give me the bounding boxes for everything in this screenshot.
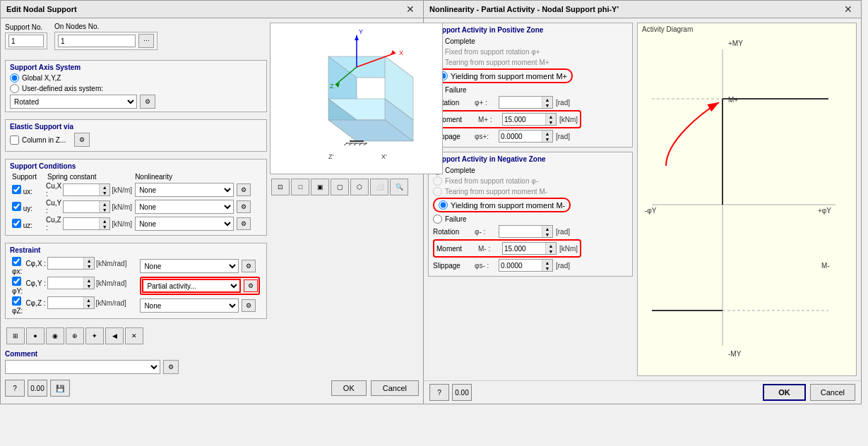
- pos-slip-up[interactable]: ▲: [542, 131, 552, 136]
- cancel-button-left[interactable]: Cancel: [371, 380, 419, 396]
- phix-nonlin-btn[interactable]: ⚙: [242, 260, 256, 272]
- numeric-btn-left[interactable]: 0.00: [28, 380, 47, 397]
- pos-rot-down[interactable]: ▼: [542, 102, 552, 108]
- ux-nonlin-btn[interactable]: ⚙: [237, 183, 251, 196]
- pos-slippage-unit: [rad]: [556, 133, 570, 140]
- phix-nonlin-select[interactable]: None: [140, 259, 239, 273]
- cu-y-up[interactable]: ▲: [100, 201, 109, 207]
- help-button-left[interactable]: ?: [5, 380, 25, 397]
- neg-tearing-radio[interactable]: [433, 187, 442, 196]
- comment-btn[interactable]: ⚙: [163, 360, 179, 374]
- axis-system-dropdown[interactable]: Rotated: [10, 95, 137, 109]
- cu-x-up[interactable]: ▲: [100, 184, 109, 190]
- pos-slippage-input[interactable]: [499, 131, 542, 142]
- node4-icon-btn[interactable]: ✦: [85, 327, 104, 344]
- uz-checkbox[interactable]: [12, 219, 21, 228]
- cphi-z-up[interactable]: ▲: [84, 297, 94, 303]
- cu-x-input[interactable]: [64, 184, 99, 195]
- svg-text:Z': Z': [328, 153, 333, 160]
- ux-checkbox[interactable]: [12, 185, 21, 194]
- ok-button-left[interactable]: OK: [331, 380, 367, 396]
- neg-mom-down[interactable]: ▼: [546, 248, 556, 254]
- uz-nonlin-select[interactable]: None: [135, 217, 234, 231]
- node2-icon-btn[interactable]: ◉: [46, 327, 64, 344]
- pos-rot-up[interactable]: ▲: [542, 97, 552, 102]
- cphi-x-input[interactable]: [48, 258, 83, 269]
- neg-yielding-row-highlighted: Yielding from support moment M-: [433, 198, 571, 212]
- view-iso3-btn[interactable]: ⬡: [350, 179, 369, 195]
- cphi-z-input[interactable]: [48, 297, 83, 308]
- save-btn-left[interactable]: 💾: [50, 380, 70, 397]
- user-defined-radio[interactable]: [10, 84, 19, 93]
- cphi-y-up[interactable]: ▲: [84, 277, 94, 283]
- pos-rotation-input[interactable]: [499, 97, 542, 108]
- phiy-checkbox[interactable]: [12, 277, 21, 286]
- neg-rot-down[interactable]: ▼: [542, 231, 552, 237]
- on-nodes-input[interactable]: [58, 35, 136, 47]
- cphi-x-down[interactable]: ▼: [84, 263, 94, 269]
- cu-z-input[interactable]: [64, 218, 99, 229]
- cancel-button-right[interactable]: Cancel: [810, 384, 855, 401]
- left-panel-close-button[interactable]: ✕: [403, 4, 417, 15]
- uy-nonlin-btn[interactable]: ⚙: [237, 200, 251, 213]
- cu-y-down[interactable]: ▼: [100, 207, 109, 212]
- arrow-icon-btn[interactable]: ◀: [105, 327, 124, 344]
- neg-slippage-input[interactable]: [499, 260, 542, 271]
- uy-nonlin-select[interactable]: None: [135, 200, 234, 214]
- phiy-nonlin-btn[interactable]: ⚙: [244, 279, 258, 292]
- numeric-btn-right[interactable]: 0.00: [452, 384, 472, 401]
- neg-failure-radio[interactable]: [433, 215, 442, 224]
- neg-yielding-radio[interactable]: [439, 200, 448, 210]
- phiy-nonlin-select[interactable]: Partial activity...: [142, 279, 241, 293]
- uy-checkbox[interactable]: [12, 202, 21, 211]
- phiz-nonlin-btn[interactable]: ⚙: [242, 299, 256, 312]
- cu-z-up[interactable]: ▲: [100, 218, 109, 224]
- support-no-input[interactable]: [8, 35, 44, 47]
- view-render-btn[interactable]: ⬜: [370, 179, 388, 195]
- cu-x-down[interactable]: ▼: [100, 190, 109, 195]
- pos-mom-up[interactable]: ▲: [546, 114, 556, 119]
- cu-y-input[interactable]: [64, 201, 99, 212]
- uz-nonlin-btn[interactable]: ⚙: [237, 217, 251, 230]
- pos-moment-input[interactable]: [503, 114, 545, 125]
- neg-rot-up[interactable]: ▲: [542, 226, 552, 231]
- cphi-x-up[interactable]: ▲: [84, 258, 94, 263]
- cphi-z-down[interactable]: ▼: [84, 303, 94, 308]
- neg-moment-input[interactable]: [503, 243, 545, 254]
- neg-fixed-radio[interactable]: [433, 176, 442, 186]
- delete-icon-btn[interactable]: ✕: [125, 327, 143, 344]
- global-xyz-radio[interactable]: [10, 73, 19, 83]
- pos-mom-down[interactable]: ▼: [546, 119, 556, 125]
- column-in-z-checkbox[interactable]: [10, 135, 19, 145]
- view-2d-btn[interactable]: □: [291, 179, 309, 195]
- comment-input[interactable]: [5, 360, 160, 374]
- support-no-label: Support No.: [5, 23, 47, 31]
- right-panel-close-button[interactable]: ✕: [841, 4, 855, 15]
- view-fit-btn[interactable]: ⊡: [271, 179, 290, 195]
- cu-z-down[interactable]: ▼: [100, 224, 109, 229]
- view-iso1-btn[interactable]: ▣: [311, 179, 329, 195]
- ok-button-right[interactable]: OK: [763, 384, 806, 401]
- neg-rotation-input[interactable]: [499, 226, 542, 237]
- neg-slip-down[interactable]: ▼: [542, 265, 552, 271]
- node-icon-btn[interactable]: ●: [26, 327, 44, 344]
- view-iso2-btn[interactable]: ▢: [331, 179, 349, 195]
- 3d-view: X Y Z: [270, 23, 443, 174]
- cphi-y-input[interactable]: [48, 277, 83, 289]
- axis-system-settings-button[interactable]: ⚙: [140, 95, 155, 109]
- pos-slip-down[interactable]: ▼: [542, 136, 552, 142]
- phiz-nonlin-select[interactable]: None: [140, 299, 239, 313]
- grid-icon-btn[interactable]: ⊞: [6, 327, 25, 344]
- cphi-y-down[interactable]: ▼: [84, 283, 94, 289]
- neg-slip-up[interactable]: ▲: [542, 260, 552, 265]
- nodes-select-button[interactable]: ⋯: [138, 34, 154, 48]
- view-zoom-btn[interactable]: 🔍: [390, 179, 408, 195]
- elastic-settings-button[interactable]: ⚙: [74, 133, 90, 147]
- phix-checkbox[interactable]: [12, 257, 21, 266]
- help-button-right[interactable]: ?: [429, 384, 449, 401]
- column-in-z-label: Column in Z...: [22, 136, 66, 144]
- node3-icon-btn[interactable]: ⊕: [66, 327, 84, 344]
- ux-nonlin-select[interactable]: None: [135, 183, 234, 197]
- phiz-checkbox[interactable]: [12, 296, 21, 306]
- neg-mom-up[interactable]: ▲: [546, 243, 556, 248]
